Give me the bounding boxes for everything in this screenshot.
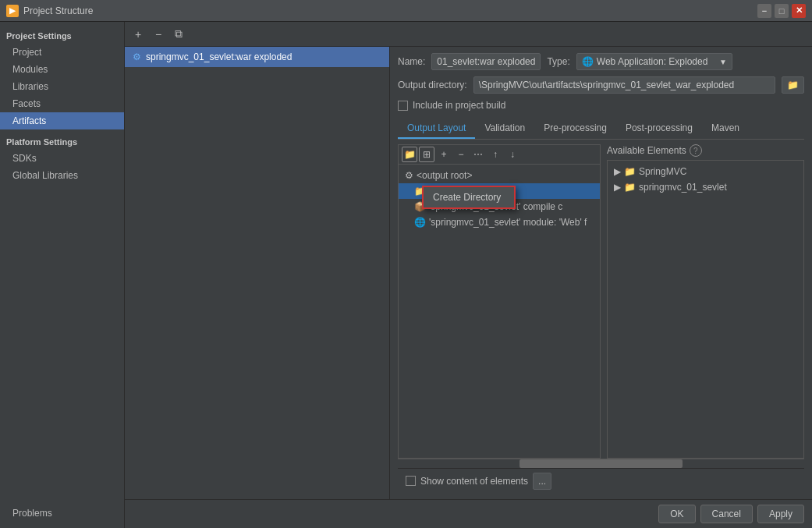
name-input[interactable]: 01_sevlet:war exploded <box>431 53 541 70</box>
title-bar: ▶ Project Structure − □ ✕ <box>0 0 812 22</box>
tree-grid-button[interactable]: ⊞ <box>419 147 434 162</box>
elements-panel: Available Elements ? ▶ 📁 SpringMVC ▶ <box>607 144 804 459</box>
minimize-button[interactable]: − <box>757 4 771 18</box>
browse-button[interactable]: 📁 <box>782 76 804 94</box>
expand-arrow-springmvc: ▶ <box>614 166 621 177</box>
right-panel: Name: 01_sevlet:war exploded Type: 🌐 Web… <box>390 47 812 499</box>
output-root-icon: ⚙ <box>405 170 413 181</box>
sidebar-bottom: Problems <box>0 498 124 528</box>
elements-item-springmvc01[interactable]: ▶ 📁 springmvc_01_sevlet <box>608 179 803 195</box>
tree-more-button[interactable]: ⋯ <box>470 147 486 162</box>
window-controls: − □ ✕ <box>757 4 806 18</box>
remove-artifact-button[interactable]: − <box>150 26 167 43</box>
tab-output-layout[interactable]: Output Layout <box>398 119 475 139</box>
output-dir-row: Output directory: \SpringMVC\out\artifac… <box>398 76 804 94</box>
apply-button[interactable]: Apply <box>757 505 804 523</box>
web-icon: 🌐 <box>414 217 426 228</box>
sidebar-item-facets[interactable]: Facets <box>0 95 124 112</box>
sidebar-item-problems[interactable]: Problems <box>6 505 118 522</box>
output-dir-label: Output directory: <box>398 80 467 90</box>
elements-item-springmvc[interactable]: ▶ 📁 SpringMVC <box>608 164 803 179</box>
content-area: + − ⧉ ⚙ springmvc_01_sevlet:war exploded… <box>125 22 812 528</box>
title-bar-left: ▶ Project Structure <box>6 5 93 17</box>
tree-panel: 📁 ⊞ + − ⋯ ↑ ↓ ⚙ <output root> <box>398 144 601 459</box>
tab-maven[interactable]: Maven <box>702 119 749 139</box>
tree-item-output-root[interactable]: ⚙ <output root> <box>399 168 600 183</box>
sidebar-item-libraries[interactable]: Libraries <box>0 78 124 95</box>
type-label: Type: <box>547 56 569 67</box>
ok-button[interactable]: OK <box>658 505 695 523</box>
web-app-icon: 🌐 <box>582 56 594 67</box>
scrollbar-thumb <box>519 459 682 468</box>
sidebar-item-project[interactable]: Project <box>0 44 124 61</box>
tree-item-web[interactable]: 🌐 'springmvc_01_sevlet' module: 'Web' f <box>399 214 600 230</box>
sidebar: Project Settings Project Modules Librari… <box>0 22 125 528</box>
add-artifact-button[interactable]: + <box>129 26 147 43</box>
cancel-button[interactable]: Cancel <box>700 505 753 523</box>
show-content-more-button[interactable]: ... <box>533 473 551 490</box>
elements-tree: ▶ 📁 SpringMVC ▶ 📁 springmvc_01_sevlet <box>607 160 804 459</box>
output-layout-area: 📁 ⊞ + − ⋯ ↑ ↓ ⚙ <output root> <box>398 144 804 459</box>
output-dir-input[interactable]: \SpringMVC\out\artifacts\springmvc_01_se… <box>473 76 775 94</box>
maximize-button[interactable]: □ <box>775 4 789 18</box>
tree-folder-button[interactable]: 📁 <box>402 147 417 162</box>
main-container: Project Settings Project Modules Librari… <box>0 22 812 528</box>
horizontal-scrollbar[interactable] <box>398 459 804 468</box>
close-button[interactable]: ✕ <box>792 4 806 18</box>
include-build-label: Include in project build <box>413 100 505 111</box>
tree-toolbar: 📁 ⊞ + − ⋯ ↑ ↓ <box>399 145 600 165</box>
sidebar-item-artifacts[interactable]: Artifacts <box>0 112 124 129</box>
top-toolbar: + − ⧉ <box>125 22 812 47</box>
tab-pre-processing[interactable]: Pre-processing <box>534 119 616 139</box>
window-title: Project Structure <box>23 5 93 16</box>
tree-up-button[interactable]: ↑ <box>488 147 503 162</box>
split-pane: ⚙ springmvc_01_sevlet:war exploded Name:… <box>125 47 812 499</box>
name-label: Name: <box>398 56 425 67</box>
platform-settings-section-title: Platform Settings <box>0 129 124 150</box>
artifact-list-item[interactable]: ⚙ springmvc_01_sevlet:war exploded <box>125 47 389 67</box>
expand-arrow-springmvc01: ▶ <box>614 182 621 193</box>
dialog-buttons: OK Cancel Apply <box>125 499 812 528</box>
context-menu-create-directory[interactable]: Create Directory <box>424 187 514 207</box>
include-build-row: Include in project build <box>398 100 804 111</box>
show-content-row: Show content of elements ... <box>406 473 551 490</box>
name-type-row: Name: 01_sevlet:war exploded Type: 🌐 Web… <box>398 53 804 70</box>
tree-down-button[interactable]: ↓ <box>505 147 520 162</box>
type-dropdown[interactable]: 🌐 Web Application: Exploded ▼ <box>576 53 732 70</box>
app-icon: ▶ <box>6 5 19 17</box>
artifact-icon: ⚙ <box>133 51 141 62</box>
help-icon[interactable]: ? <box>690 144 702 157</box>
sidebar-item-modules[interactable]: Modules <box>0 61 124 78</box>
tree-add-button[interactable]: + <box>436 147 452 162</box>
tree-remove-button[interactable]: − <box>453 147 469 162</box>
artifact-list: ⚙ springmvc_01_sevlet:war exploded <box>125 47 390 499</box>
tab-validation[interactable]: Validation <box>475 119 534 139</box>
dropdown-arrow-icon: ▼ <box>719 58 727 66</box>
show-content-checkbox[interactable] <box>406 476 416 486</box>
sidebar-item-global-libraries[interactable]: Global Libraries <box>0 167 124 184</box>
sidebar-item-sdks[interactable]: SDKs <box>0 150 124 167</box>
project-settings-section-title: Project Settings <box>0 27 124 44</box>
springmvc01-folder-icon: 📁 <box>624 182 636 193</box>
copy-artifact-button[interactable]: ⧉ <box>170 26 187 43</box>
context-menu: Create Directory <box>422 186 516 209</box>
bottom-bar: Show content of elements ... <box>398 468 804 493</box>
show-content-label: Show content of elements <box>420 476 528 487</box>
tab-post-processing[interactable]: Post-processing <box>616 119 702 139</box>
include-build-checkbox[interactable] <box>398 101 408 111</box>
springmvc-folder-icon: 📁 <box>624 166 636 177</box>
tabs-row: Output Layout Validation Pre-processing … <box>398 119 804 140</box>
elements-panel-title: Available Elements ? <box>607 144 804 157</box>
